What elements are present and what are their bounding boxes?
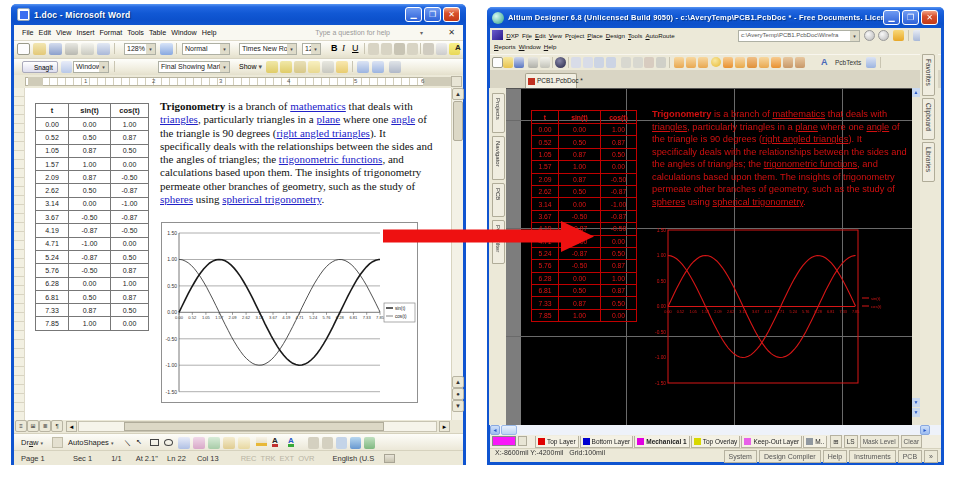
svg-text:-0.50: -0.50 bbox=[166, 336, 178, 342]
svg-text:1.00: 1.00 bbox=[657, 253, 667, 258]
svg-text:2.09: 2.09 bbox=[714, 310, 721, 314]
svg-text:3.67: 3.67 bbox=[269, 315, 278, 320]
svg-text:5.24: 5.24 bbox=[309, 315, 318, 320]
svg-text:4.19: 4.19 bbox=[282, 315, 291, 320]
svg-text:-1.00: -1.00 bbox=[655, 355, 666, 360]
svg-text:cos(t): cos(t) bbox=[395, 314, 407, 319]
svg-text:1.00: 1.00 bbox=[167, 256, 177, 262]
svg-text:1.50: 1.50 bbox=[657, 228, 667, 233]
svg-text:0.50: 0.50 bbox=[657, 279, 667, 284]
svg-text:7.85: 7.85 bbox=[376, 315, 385, 320]
svg-text:2.62: 2.62 bbox=[727, 310, 734, 314]
svg-text:0.52: 0.52 bbox=[677, 310, 684, 314]
svg-text:1.05: 1.05 bbox=[202, 315, 211, 320]
svg-text:5.76: 5.76 bbox=[323, 315, 332, 320]
svg-text:-1.50: -1.50 bbox=[166, 389, 178, 395]
svg-text:-1.00: -1.00 bbox=[166, 362, 178, 368]
svg-text:4.19: 4.19 bbox=[764, 310, 771, 314]
svg-text:5.24: 5.24 bbox=[790, 310, 797, 314]
svg-text:3.67: 3.67 bbox=[752, 310, 759, 314]
svg-text:7.33: 7.33 bbox=[363, 315, 372, 320]
svg-text:2.09: 2.09 bbox=[229, 315, 238, 320]
svg-text:6.81: 6.81 bbox=[827, 310, 834, 314]
svg-text:5.76: 5.76 bbox=[802, 310, 809, 314]
svg-text:-1.50: -1.50 bbox=[655, 381, 666, 386]
svg-text:0.00: 0.00 bbox=[657, 304, 667, 309]
svg-text:-0.50: -0.50 bbox=[655, 330, 666, 335]
svg-text:sin(t): sin(t) bbox=[871, 296, 881, 301]
svg-text:7.85: 7.85 bbox=[852, 310, 859, 314]
svg-text:1.05: 1.05 bbox=[689, 310, 696, 314]
svg-text:6.81: 6.81 bbox=[349, 315, 358, 320]
svg-text:0.50: 0.50 bbox=[167, 283, 177, 289]
svg-text:sin(t): sin(t) bbox=[395, 306, 406, 311]
svg-text:7.33: 7.33 bbox=[840, 310, 847, 314]
svg-text:2.62: 2.62 bbox=[242, 315, 251, 320]
svg-text:cos(t): cos(t) bbox=[871, 304, 882, 309]
svg-text:0.52: 0.52 bbox=[188, 315, 197, 320]
svg-text:0.00: 0.00 bbox=[664, 310, 671, 314]
svg-text:0.00: 0.00 bbox=[175, 315, 184, 320]
svg-text:1.50: 1.50 bbox=[167, 230, 177, 236]
